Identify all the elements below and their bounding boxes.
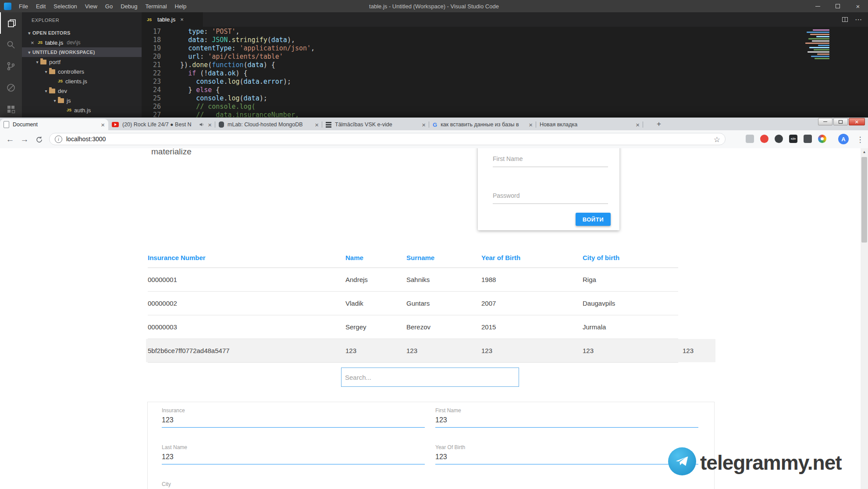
table-cell: Berezov	[406, 323, 481, 331]
close-icon[interactable]: ×	[849, 118, 865, 125]
menu-item-edit[interactable]: Edit	[32, 3, 50, 10]
close-icon[interactable]: ×	[422, 121, 426, 128]
open-editor-item[interactable]: × JS table.js dev\js	[22, 38, 142, 47]
extension-code-icon[interactable]	[789, 135, 797, 143]
close-icon[interactable]: ×	[31, 39, 38, 46]
page-info-icon[interactable]: i	[55, 136, 62, 143]
menu-item-terminal[interactable]: Terminal	[141, 3, 171, 10]
open-editors-header[interactable]: ▾ OPEN EDITORS	[22, 28, 142, 38]
audio-speaker-icon[interactable]	[199, 122, 204, 127]
close-icon[interactable]: ×	[208, 121, 212, 128]
workspace-header[interactable]: ▾ UNTITLED (WORKSPACE)	[22, 47, 142, 57]
tree-item-js[interactable]: ▾js	[22, 96, 142, 105]
menu-item-help[interactable]: Help	[171, 3, 191, 10]
tree-item-dev[interactable]: ▾dev	[22, 86, 142, 96]
bookmark-star-icon[interactable]: ☆	[714, 135, 720, 144]
scroll-up-icon[interactable]: ▲	[861, 150, 868, 154]
code-text: // console.log(	[172, 103, 256, 111]
extension-icon-2[interactable]	[760, 135, 768, 143]
chevron-down-icon: ▾	[26, 50, 32, 55]
menu-item-go[interactable]: Go	[101, 3, 117, 10]
input-underline	[493, 167, 608, 167]
menu-item-view[interactable]: View	[81, 3, 101, 10]
item-label: auth.js	[74, 107, 91, 114]
form-field-year-of-birth[interactable]: Year Of Birth123	[435, 444, 698, 464]
form-field-last-name[interactable]: Last Name123	[162, 444, 425, 464]
brand-link[interactable]: materialize	[151, 148, 192, 157]
browser-tab[interactable]: (20) Rock Life 24/7 ● Best N×	[108, 119, 215, 130]
back-icon[interactable]: ←	[4, 133, 17, 146]
tab-title: table.js	[157, 16, 175, 23]
maximize-icon[interactable]	[828, 0, 848, 12]
new-tab-button[interactable]: +	[653, 119, 665, 129]
extension-icon-5[interactable]	[804, 135, 812, 143]
code-editor[interactable]: 17 type: 'POST',18 data: JSON.stringify(…	[142, 27, 868, 132]
extension-icon-1[interactable]	[746, 135, 754, 143]
browser-tab[interactable]: Новая вкладка×	[536, 119, 643, 130]
browser-tab[interactable]: Gкак вставить данные из базы в×	[429, 119, 536, 130]
page-scrollbar[interactable]: ▲	[861, 148, 868, 489]
editor-tab-tablejs[interactable]: JS table.js ×	[142, 12, 203, 27]
login-button[interactable]: ВОЙТИ	[576, 213, 611, 226]
reload-icon[interactable]	[32, 133, 46, 146]
extensions-icon[interactable]	[0, 98, 22, 120]
close-icon[interactable]: ×	[101, 121, 105, 128]
menu-item-selection[interactable]: Selection	[50, 3, 81, 10]
search-icon[interactable]	[0, 34, 22, 55]
tree-item-clients.js[interactable]: JSclients.js	[22, 76, 142, 86]
form-field-first-name[interactable]: First Name123	[435, 407, 698, 428]
vscode-window-title: table.js - Untitled (Workspace) - Visual…	[369, 3, 499, 10]
forward-icon[interactable]: →	[18, 133, 31, 146]
open-file-path: dev\js	[67, 39, 80, 46]
explorer-icon[interactable]	[0, 12, 23, 34]
table-row[interactable]: 00000003SergeyBerezov2015Jurmala	[148, 315, 678, 339]
close-icon[interactable]: ×	[848, 0, 868, 12]
close-icon[interactable]: ×	[529, 121, 533, 128]
scrollbar-thumb[interactable]	[861, 157, 867, 243]
column-header: Surname	[406, 254, 481, 261]
form-field-city[interactable]: City	[162, 481, 425, 489]
search-input[interactable]	[341, 368, 519, 387]
field-label: Insurance	[162, 407, 425, 416]
tree-item-auth.js[interactable]: JSauth.js	[22, 105, 142, 115]
code-text: console.log(data);	[172, 94, 267, 103]
close-icon[interactable]: ×	[315, 121, 319, 128]
browser-tab[interactable]: mLab: Cloud-hosted MongoDB×	[215, 119, 322, 130]
browser-tab[interactable]: Document×	[0, 119, 108, 130]
form-field-insurance[interactable]: Insurance123	[162, 407, 425, 428]
tree-item-portf[interactable]: ▾portf	[22, 57, 142, 67]
browser-menu-icon[interactable]: ⋮	[855, 133, 865, 146]
web-page: materialize First Name Password ВОЙТИ In…	[0, 148, 868, 489]
chevron-down-icon: ▾	[34, 60, 40, 64]
menu-item-debug[interactable]: Debug	[117, 3, 141, 10]
first-name-input[interactable]: First Name	[493, 155, 523, 162]
tree-item-controllers[interactable]: ▾controllers	[22, 67, 142, 76]
chevron-down-icon: ▾	[43, 89, 49, 93]
table-cell: 123	[481, 347, 583, 354]
extension-icon-6[interactable]	[818, 135, 826, 143]
source-control-icon[interactable]	[0, 55, 22, 77]
chevron-down-icon: ▾	[26, 31, 32, 36]
more-actions-icon[interactable]: ⋯	[855, 15, 862, 24]
address-bar[interactable]: i localhost:3000 ☆	[49, 133, 726, 145]
split-editor-icon[interactable]	[842, 17, 848, 22]
table-row[interactable]: 00000001AndrejsSahniks1988Riga	[148, 268, 678, 292]
password-input[interactable]: Password	[493, 192, 519, 199]
minimap[interactable]	[803, 29, 829, 60]
close-icon[interactable]: ×	[180, 16, 187, 23]
folder-icon	[58, 98, 64, 103]
restore-icon[interactable]	[833, 118, 848, 125]
table-row[interactable]: 5bf2b6ce7ff0772ad48a5477123123123123123	[148, 339, 678, 363]
minimize-icon[interactable]	[808, 0, 828, 12]
profile-avatar[interactable]: A	[838, 134, 849, 144]
explorer-sidebar: EXPLORER ▾ OPEN EDITORS × JS table.js de…	[22, 12, 142, 132]
browser-tab[interactable]: Tālmācības VSK e-vide×	[322, 119, 429, 130]
tab-title: Document	[13, 121, 97, 128]
extension-icon-3[interactable]	[775, 135, 783, 143]
url-text[interactable]: localhost:3000	[66, 136, 106, 143]
debug-icon[interactable]	[0, 77, 22, 98]
table-row[interactable]: 00000002VladikGuntars2007Daugavpils	[148, 292, 678, 315]
close-icon[interactable]: ×	[636, 121, 640, 128]
menu-item-file[interactable]: File	[15, 3, 32, 10]
minimize-icon[interactable]	[818, 118, 832, 125]
